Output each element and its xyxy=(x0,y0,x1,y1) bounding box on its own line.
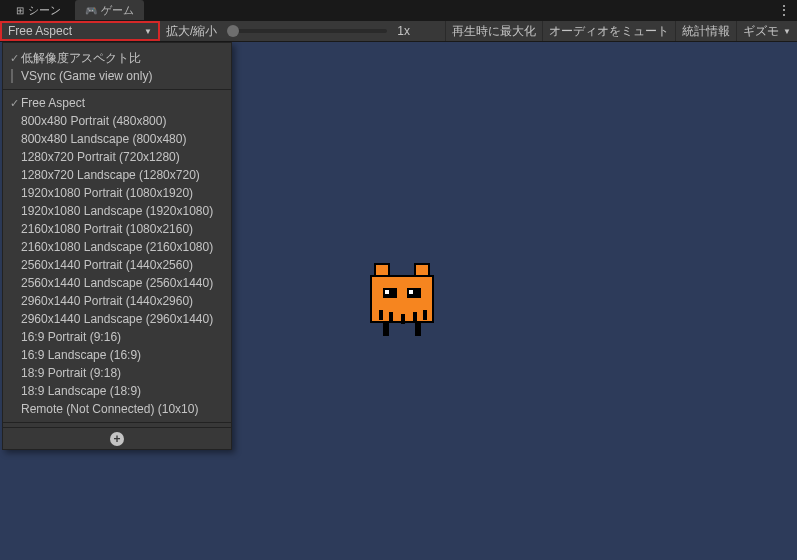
tab-menu-icon[interactable]: ⋮ xyxy=(777,2,791,18)
dropdown-item[interactable]: 800x480 Landscape (800x480) xyxy=(3,130,231,148)
dropdown-item[interactable]: Remote (Not Connected) (10x10) xyxy=(3,400,231,418)
maximize-on-play-button[interactable]: 再生時に最大化 xyxy=(445,21,542,41)
svg-rect-7 xyxy=(379,310,383,320)
dropdown-item[interactable]: 2960x1440 Portrait (1440x2960) xyxy=(3,292,231,310)
dropdown-item-label: 2960x1440 Portrait (1440x2960) xyxy=(21,294,193,308)
svg-rect-6 xyxy=(409,290,413,294)
tab-game[interactable]: 🎮 ゲーム xyxy=(75,0,144,20)
dropdown-item-label: 2560x1440 Landscape (2560x1440) xyxy=(21,276,213,290)
dropdown-item-label: 2560x1440 Portrait (1440x2560) xyxy=(21,258,193,272)
game-icon: 🎮 xyxy=(85,5,97,16)
tab-bar: ⊞ シーン 🎮 ゲーム ⋮ xyxy=(0,0,797,20)
dropdown-item[interactable]: 800x480 Portrait (480x800) xyxy=(3,112,231,130)
scale-value: 1x xyxy=(397,24,410,38)
check-icon: ✓ xyxy=(7,97,21,110)
dropdown-item[interactable]: 2160x1080 Portrait (1080x2160) xyxy=(3,220,231,238)
dropdown-item[interactable]: ✓Free Aspect xyxy=(3,94,231,112)
gizmos-button[interactable]: ギズモ ▼ xyxy=(736,21,797,41)
tab-scene[interactable]: ⊞ シーン xyxy=(6,0,71,20)
dropdown-item[interactable]: 18:9 Landscape (18:9) xyxy=(3,382,231,400)
plus-icon: + xyxy=(110,432,124,446)
dropdown-item-label: 低解像度アスペクト比 xyxy=(21,50,141,67)
checkbox-slot xyxy=(7,70,21,82)
svg-rect-8 xyxy=(389,312,393,322)
svg-rect-12 xyxy=(383,322,389,336)
stats-button[interactable]: 統計情報 xyxy=(675,21,736,41)
dropdown-item[interactable]: 1920x1080 Landscape (1920x1080) xyxy=(3,202,231,220)
game-toolbar: Free Aspect ▼ 拡大/縮小 1x 再生時に最大化 オーディオをミュー… xyxy=(0,20,797,42)
svg-rect-9 xyxy=(401,314,405,324)
aspect-dropdown-label: Free Aspect xyxy=(8,24,72,38)
dropdown-item-label: 18:9 Portrait (9:18) xyxy=(21,366,121,380)
dropdown-item-label: 800x480 Portrait (480x800) xyxy=(21,114,166,128)
dropdown-item[interactable]: 16:9 Portrait (9:16) xyxy=(3,328,231,346)
game-sprite xyxy=(363,260,441,342)
svg-rect-11 xyxy=(423,310,427,320)
checkbox[interactable] xyxy=(11,69,13,83)
chevron-down-icon: ▼ xyxy=(783,27,791,36)
check-icon: ✓ xyxy=(7,52,21,65)
dropdown-item[interactable]: 16:9 Landscape (16:9) xyxy=(3,346,231,364)
dropdown-item[interactable]: 1280x720 Portrait (720x1280) xyxy=(3,148,231,166)
dropdown-item[interactable]: 2160x1080 Landscape (2160x1080) xyxy=(3,238,231,256)
dropdown-item-label: 16:9 Landscape (16:9) xyxy=(21,348,141,362)
mute-audio-button[interactable]: オーディオをミュート xyxy=(542,21,675,41)
scale-label: 拡大/縮小 xyxy=(166,23,217,40)
tab-label: ゲーム xyxy=(101,3,134,18)
tab-label: シーン xyxy=(28,3,61,18)
svg-rect-10 xyxy=(413,312,417,322)
dropdown-item[interactable]: 18:9 Portrait (9:18) xyxy=(3,364,231,382)
aspect-dropdown[interactable]: Free Aspect ▼ xyxy=(0,21,160,41)
button-label: 再生時に最大化 xyxy=(452,23,536,40)
button-label: オーディオをミュート xyxy=(549,23,669,40)
scale-slider[interactable] xyxy=(227,29,387,33)
dropdown-vsync[interactable]: VSync (Game view only) xyxy=(3,67,231,85)
dropdown-separator xyxy=(3,422,231,423)
dropdown-item-label: 1920x1080 Portrait (1080x1920) xyxy=(21,186,193,200)
slider-knob[interactable] xyxy=(227,25,239,37)
dropdown-item-label: 2160x1080 Landscape (2160x1080) xyxy=(21,240,213,254)
svg-rect-5 xyxy=(385,290,389,294)
dropdown-item-label: Free Aspect xyxy=(21,96,85,110)
dropdown-item-label: 18:9 Landscape (18:9) xyxy=(21,384,141,398)
dropdown-item-label: 1280x720 Landscape (1280x720) xyxy=(21,168,200,182)
aspect-dropdown-panel: ✓ 低解像度アスペクト比 VSync (Game view only) ✓Fre… xyxy=(2,42,232,450)
dropdown-add-button[interactable]: + xyxy=(3,427,231,449)
dropdown-item-label: 2160x1080 Portrait (1080x2160) xyxy=(21,222,193,236)
scene-icon: ⊞ xyxy=(16,5,24,16)
dropdown-item-label: 800x480 Landscape (800x480) xyxy=(21,132,186,146)
dropdown-item[interactable]: 1920x1080 Portrait (1080x1920) xyxy=(3,184,231,202)
dropdown-item-label: VSync (Game view only) xyxy=(21,69,152,83)
dropdown-item-label: 16:9 Portrait (9:16) xyxy=(21,330,121,344)
dropdown-item-label: Remote (Not Connected) (10x10) xyxy=(21,402,198,416)
dropdown-separator xyxy=(3,89,231,90)
button-label: ギズモ xyxy=(743,23,779,40)
dropdown-item[interactable]: 2560x1440 Portrait (1440x2560) xyxy=(3,256,231,274)
dropdown-low-res[interactable]: ✓ 低解像度アスペクト比 xyxy=(3,49,231,67)
dropdown-item-label: 1280x720 Portrait (720x1280) xyxy=(21,150,180,164)
dropdown-item[interactable]: 2560x1440 Landscape (2560x1440) xyxy=(3,274,231,292)
svg-rect-13 xyxy=(415,322,421,336)
dropdown-item-label: 2960x1440 Landscape (2960x1440) xyxy=(21,312,213,326)
button-label: 統計情報 xyxy=(682,23,730,40)
dropdown-item[interactable]: 1280x720 Landscape (1280x720) xyxy=(3,166,231,184)
dropdown-item-label: 1920x1080 Landscape (1920x1080) xyxy=(21,204,213,218)
dropdown-item[interactable]: 2960x1440 Landscape (2960x1440) xyxy=(3,310,231,328)
chevron-down-icon: ▼ xyxy=(144,27,152,36)
